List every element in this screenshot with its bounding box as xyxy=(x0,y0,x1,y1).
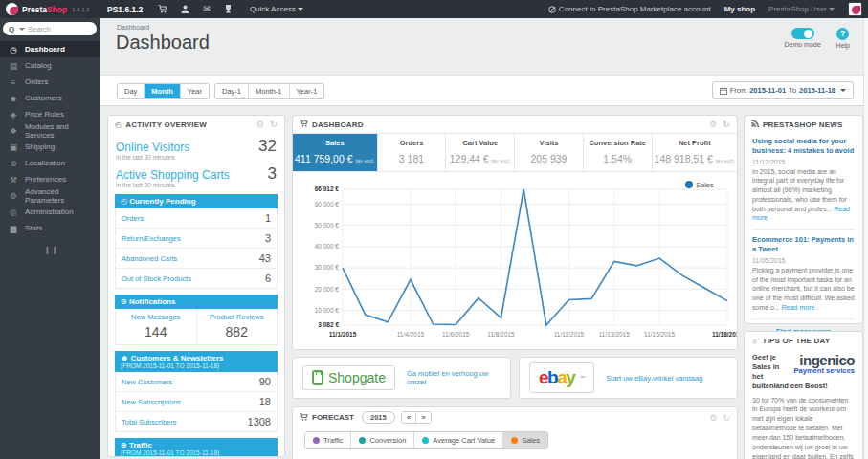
forecast-legend-sales[interactable]: Sales xyxy=(502,432,547,448)
help-icon[interactable]: ? xyxy=(836,28,849,40)
sales-line-chart: 66 912 €60 000 €50 000 €40 000 €30 000 €… xyxy=(293,176,737,344)
kpi-label: Sales xyxy=(295,139,375,147)
out-of-stock-products-link[interactable]: Out of Stock Products xyxy=(122,274,191,283)
new-customers-link[interactable]: New Customers xyxy=(122,378,172,386)
ebay-banner[interactable]: ebay™ Start uw eBay-winkel vandaag xyxy=(519,357,738,399)
svg-text:11/4/2015: 11/4/2015 xyxy=(397,331,425,338)
search-scope-caret-icon[interactable] xyxy=(19,28,25,31)
news-article-title[interactable]: Ecommerce 101: Payments in a Tweet xyxy=(752,235,855,254)
shopgate-link[interactable]: Ga mobiel en verhoog uw omzet xyxy=(407,369,501,386)
range-button-year-1[interactable]: Year-1 xyxy=(289,84,324,98)
new-messages-link[interactable]: New Messages xyxy=(118,313,194,321)
sidebar-item-label: Stats xyxy=(25,224,42,232)
news-article-date: 11/05/2015 xyxy=(752,257,855,264)
kpi-value: 1.54% xyxy=(586,153,650,164)
kpi-tile-conversion-rate[interactable]: Conversion Rate1.54% xyxy=(584,134,653,171)
sidebar-item-orders[interactable]: ≡Orders xyxy=(0,74,100,90)
my-shop-link[interactable]: My shop xyxy=(724,5,755,13)
sidebar-item-stats[interactable]: ▆Stats xyxy=(0,220,100,236)
cart-icon[interactable] xyxy=(158,5,167,13)
dashboard-panel: DASHBOARD ⚙↻ Sales411 759,00 € tax excl.… xyxy=(292,115,738,350)
search-icon: Q xyxy=(9,25,14,33)
sidebar-item-customers[interactable]: ☻Customers xyxy=(0,90,100,106)
active-carts-label[interactable]: Active Shopping Carts xyxy=(116,168,230,182)
svg-text:66 912 €: 66 912 € xyxy=(315,186,340,192)
previous-year-button[interactable]: « xyxy=(402,412,415,423)
breadcrumb[interactable]: Dashboard xyxy=(117,24,149,31)
sidebar-item-label: Localization xyxy=(25,159,65,167)
legend-dot-icon xyxy=(511,437,518,444)
total-subscribers-link[interactable]: Total Subscribers xyxy=(122,418,177,426)
read-more-link[interactable]: Read more xyxy=(782,304,815,311)
legend-dot-icon xyxy=(313,437,320,444)
range-button-year[interactable]: Year xyxy=(180,84,209,98)
kpi-tile-orders[interactable]: Orders3 181 xyxy=(378,134,447,171)
svg-text:Sales: Sales xyxy=(696,181,714,189)
search-input[interactable] xyxy=(28,25,83,33)
panel-settings-icon[interactable]: ⚙ xyxy=(709,120,717,129)
sidebar-item-dashboard[interactable]: ◷Dashboard xyxy=(0,41,100,57)
sidebar-item-modules-and-services[interactable]: ❖Modules and Services xyxy=(0,122,100,139)
panel-settings-icon[interactable]: ⚙ xyxy=(256,120,264,129)
scrollbar[interactable] xyxy=(863,18,868,459)
kpi-tile-cart-value[interactable]: Cart Value129,44 € tax excl. xyxy=(446,134,515,171)
kpi-tile-visits[interactable]: Visits205 939 xyxy=(515,134,584,171)
messages-icon[interactable]: ✉ xyxy=(203,5,211,13)
trophy-icon[interactable] xyxy=(224,5,233,13)
product-reviews-link[interactable]: Product Reviews xyxy=(199,313,276,321)
shipping-icon: ▣ xyxy=(9,142,18,152)
forecast-legend-conversion[interactable]: Conversion xyxy=(350,432,413,448)
forecast-legend-average-cart-value[interactable]: Average Cart Value xyxy=(413,432,502,448)
demo-mode-control: Demo mode xyxy=(784,28,820,49)
sidebar-item-price-rules[interactable]: ◈Price Rules xyxy=(0,106,100,122)
return-exchanges-link[interactable]: Return/Exchanges xyxy=(122,234,181,243)
panel-settings-icon[interactable]: ⚙ xyxy=(709,413,717,423)
marketplace-link[interactable]: Connect to PrestaShop Marketplace accoun… xyxy=(548,5,711,13)
sidebar-item-shipping[interactable]: ▣Shipping xyxy=(0,139,100,155)
ebay-link[interactable]: Start uw eBay-winkel vandaag xyxy=(606,374,702,382)
table-row: Return/Exchanges3 xyxy=(116,229,277,249)
shopgate-banner[interactable]: Shopgate Ga mobiel en verhoog uw omzet xyxy=(292,357,511,399)
range-button-day-1[interactable]: Day-1 xyxy=(215,84,248,98)
abandoned-carts-link[interactable]: Abandoned Carts xyxy=(122,254,177,263)
new-subscriptions-link[interactable]: New Subscriptions xyxy=(122,398,181,406)
sidebar-item-advanced-parameters[interactable]: ⚙Advanced Parameters xyxy=(0,187,100,204)
kpi-tile-sales[interactable]: Sales411 759,00 € tax excl. xyxy=(293,134,378,171)
sidebar-item-localization[interactable]: ⊕Localization xyxy=(0,155,100,171)
chevron-down-icon xyxy=(829,8,835,11)
sidebar-item-preferences[interactable]: ⚒Preferences xyxy=(0,171,100,187)
user-avatar[interactable] xyxy=(848,2,862,16)
user-menu[interactable]: PrestaShop User xyxy=(768,5,835,13)
news-panel-header: PRESTASHOP NEWS xyxy=(745,116,862,133)
sidebar-collapse-icon[interactable]: ❙❙ xyxy=(44,246,56,254)
tips-panel-header: ☼ TIPS OF THE DAY xyxy=(745,332,862,349)
panel-refresh-icon[interactable]: ↻ xyxy=(723,413,730,423)
table-row: Total Subscribers1308 xyxy=(116,412,277,431)
panel-refresh-icon[interactable]: ↻ xyxy=(270,120,278,129)
sidebar-item-label: Administration xyxy=(25,208,74,216)
quick-access-menu[interactable]: Quick Access xyxy=(250,5,303,13)
sidebar-item-label: Advanced Parameters xyxy=(25,187,100,205)
panel-refresh-icon[interactable]: ↻ xyxy=(723,120,730,129)
user-icon[interactable] xyxy=(181,5,189,13)
news-article-title[interactable]: Using social media for your business: 4 … xyxy=(752,137,855,156)
svg-text:30 000 €: 30 000 € xyxy=(315,264,340,271)
kpi-tile-net-profit[interactable]: Net Profit148 918,51 € tax excl. xyxy=(653,134,737,171)
online-visitors-label[interactable]: Online Visitors xyxy=(116,141,189,154)
localization-icon: ⊕ xyxy=(9,159,18,168)
shop-name[interactable]: PS1.6.1.2 xyxy=(107,5,143,14)
sidebar-item-catalog[interactable]: ▤Catalog xyxy=(0,57,100,74)
orders-link[interactable]: Orders xyxy=(122,214,144,223)
prestashop-logo[interactable]: PrestaShop 1.6.1.2 xyxy=(0,3,100,15)
range-button-month[interactable]: Month xyxy=(144,84,180,98)
kpi-value: 129,44 € tax excl. xyxy=(448,153,512,164)
forecast-legend-traffic[interactable]: Traffic xyxy=(305,432,350,448)
sidebar-item-administration[interactable]: ◎Administration xyxy=(0,204,100,220)
range-button-month-1[interactable]: Month-1 xyxy=(248,84,289,98)
read-more-link[interactable]: Read more xyxy=(752,206,850,222)
range-button-day[interactable]: Day xyxy=(118,84,144,98)
date-range-button[interactable]: From2015-11-01 To2015-11-18 xyxy=(712,81,854,99)
traffic-header: ⊕ Traffic(FROM 2015-11-01 TO 2015-11-18) xyxy=(115,438,278,457)
demo-mode-toggle[interactable] xyxy=(791,28,814,39)
next-year-button[interactable]: » xyxy=(415,412,430,423)
